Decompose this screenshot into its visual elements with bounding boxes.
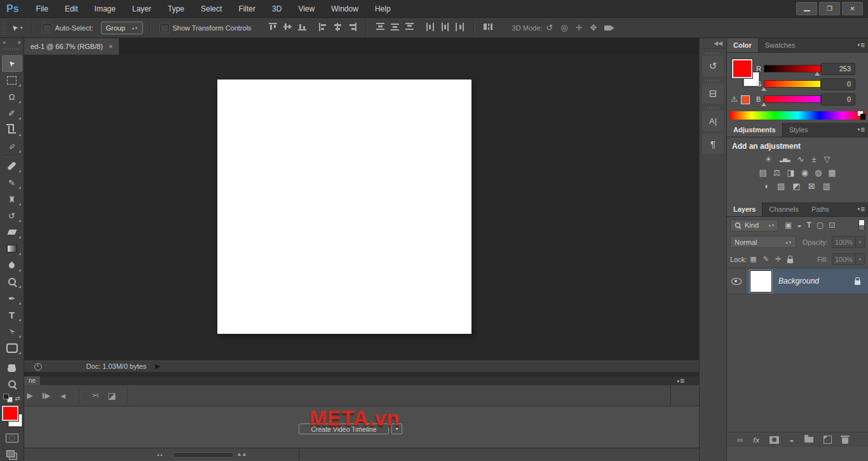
path-selection-tool[interactable]: ➢ — [2, 323, 22, 340]
3d-camera-icon[interactable] — [604, 25, 611, 31]
align-horizontal-centers-button[interactable] — [330, 22, 345, 34]
tab-styles[interactable]: Styles — [783, 123, 815, 137]
layers-panel-menu[interactable]: ▾ ≡ — [857, 205, 864, 214]
layer-filtering-toggle[interactable] — [858, 219, 865, 231]
filter-adjustment-layers-icon[interactable]: ◒ — [797, 221, 801, 230]
tab-color[interactable]: Color — [727, 38, 759, 52]
new-group-icon[interactable] — [804, 437, 813, 443]
3d-pan-icon[interactable]: ✛ — [576, 23, 583, 32]
add-layer-mask-icon[interactable] — [770, 436, 779, 444]
distribute-right-button[interactable] — [452, 22, 467, 34]
color-spectrum-ramp[interactable] — [729, 111, 865, 120]
foreground-color-swatch[interactable] — [2, 406, 18, 421]
split-scissors-button[interactable]: ✂ — [87, 390, 104, 401]
tab-paths[interactable]: Paths — [805, 202, 836, 216]
posterize-icon[interactable]: ▨ — [777, 181, 785, 191]
distribute-bottom-button[interactable] — [402, 22, 417, 34]
timeline-zoom-slider[interactable] — [173, 452, 234, 458]
gradient-tool[interactable] — [2, 240, 22, 257]
tab-swatches[interactable]: Swatches — [759, 38, 802, 52]
fill-value[interactable]: 100% — [832, 253, 856, 265]
layer-name[interactable]: Background — [778, 277, 819, 286]
green-slider-thumb[interactable] — [761, 87, 766, 91]
lock-transparent-pixels-icon[interactable]: ▦ — [750, 255, 756, 263]
color-balance-icon[interactable]: ⚖ — [773, 168, 781, 177]
lock-position-icon[interactable]: ✛ — [775, 255, 781, 263]
history-brush-tool[interactable]: ↺ — [2, 207, 22, 224]
filter-pixel-layers-icon[interactable]: ▣ — [785, 221, 792, 230]
screen-mode-button[interactable] — [2, 446, 22, 461]
dodge-tool[interactable] — [2, 273, 22, 290]
selective-color-icon[interactable]: ▥ — [823, 181, 831, 191]
panel-grip[interactable] — [705, 52, 721, 55]
distribute-horizontal-centers-button[interactable] — [438, 22, 452, 34]
minimize-button[interactable] — [796, 2, 817, 15]
color-lookup-icon[interactable]: ▦ — [828, 168, 836, 177]
close-panel-icon[interactable]: × — [18, 39, 21, 46]
lock-all-icon[interactable] — [787, 256, 793, 263]
filter-smart-objects-icon[interactable]: ⊡ — [829, 221, 835, 230]
document-tab[interactable]: ed-1 @ 66.7% (RGB/8) × — [24, 38, 119, 55]
3d-slide-icon[interactable]: ✥ — [590, 23, 597, 32]
menu-filter[interactable]: Filter — [230, 0, 264, 18]
lock-image-pixels-icon[interactable]: ✎ — [763, 255, 769, 263]
green-value[interactable]: 0 — [821, 78, 855, 90]
tab-layers[interactable]: Layers — [727, 202, 763, 216]
quick-mask-button[interactable] — [2, 430, 22, 446]
filter-shape-layers-icon[interactable]: ▢ — [817, 221, 824, 230]
color-panel-menu[interactable]: ▾ ≡ — [857, 41, 864, 50]
zoom-in-mountains-icon[interactable]: ▲▲ — [236, 451, 247, 457]
delete-layer-icon[interactable] — [842, 437, 848, 444]
layer-style-fx-icon[interactable]: fx — [753, 436, 759, 444]
distribute-top-button[interactable] — [373, 22, 388, 34]
blue-slider[interactable] — [764, 95, 821, 103]
auto-select-group-dropdown[interactable]: Group ▲▼ — [101, 22, 143, 34]
black-swatch[interactable] — [860, 114, 865, 120]
gradient-map-icon[interactable]: ⊠ — [808, 181, 815, 191]
menu-edit[interactable]: Edit — [57, 0, 86, 18]
zoom-out-mountains-icon[interactable]: ▲▲ — [156, 453, 163, 457]
auto-select-checkbox[interactable] — [43, 24, 51, 32]
red-slider-thumb[interactable] — [815, 72, 820, 76]
layer-thumbnail[interactable] — [750, 270, 772, 292]
menu-select[interactable]: Select — [193, 0, 230, 18]
green-slider[interactable] — [764, 80, 821, 88]
opacity-value[interactable]: 100% — [832, 236, 856, 248]
new-adjustment-layer-icon[interactable]: ◒ — [789, 435, 794, 444]
eraser-tool[interactable] — [2, 224, 22, 240]
photo-filter-icon[interactable]: ◉ — [801, 168, 808, 177]
close-button[interactable]: ✕ — [842, 2, 863, 15]
blue-slider-thumb[interactable] — [761, 102, 766, 106]
hand-tool[interactable] — [2, 359, 22, 376]
crop-tool[interactable] — [2, 121, 22, 138]
channel-mixer-icon[interactable]: ◍ — [815, 168, 822, 177]
menu-help[interactable]: Help — [367, 0, 399, 18]
align-vertical-centers-button[interactable] — [280, 22, 295, 34]
filter-type-layers-icon[interactable]: T — [807, 221, 811, 230]
red-slider[interactable] — [764, 65, 821, 72]
swap-colors-icon[interactable]: ⇄ — [15, 395, 20, 402]
levels-icon[interactable]: ▂▅▃ — [780, 156, 789, 162]
curves-icon[interactable]: ∿ — [797, 155, 804, 164]
brush-tool[interactable]: ✎ — [2, 174, 22, 191]
new-layer-icon[interactable] — [824, 436, 832, 444]
threshold-icon[interactable]: ◩ — [792, 181, 800, 191]
menu-window[interactable]: Window — [323, 0, 367, 18]
foreground-color-swatch[interactable] — [732, 59, 752, 78]
tool-preset-move[interactable]: ➤ ▾ — [11, 24, 23, 32]
spot-healing-brush-tool[interactable] — [2, 158, 22, 174]
red-value[interactable]: 253 — [821, 63, 855, 75]
transition-button[interactable]: ◪ — [104, 390, 120, 401]
menu-file[interactable]: File — [28, 0, 57, 18]
restore-button[interactable]: ❐ — [819, 2, 840, 15]
options-grip[interactable] — [2, 21, 6, 35]
menu-view[interactable]: View — [290, 0, 323, 18]
timeline-tab[interactable]: ne — [24, 376, 40, 385]
opacity-dropdown-arrow[interactable]: ▼ — [856, 236, 865, 248]
lasso-tool[interactable]: Ω — [2, 88, 22, 105]
shape-tool[interactable] — [2, 340, 22, 356]
link-layers-icon[interactable]: ∞ — [737, 435, 743, 444]
quick-selection-tool[interactable]: ✐ — [2, 105, 22, 121]
character-panel-icon[interactable]: A| — [702, 111, 724, 131]
gamut-warning-icon[interactable]: ⚠ — [731, 95, 738, 104]
